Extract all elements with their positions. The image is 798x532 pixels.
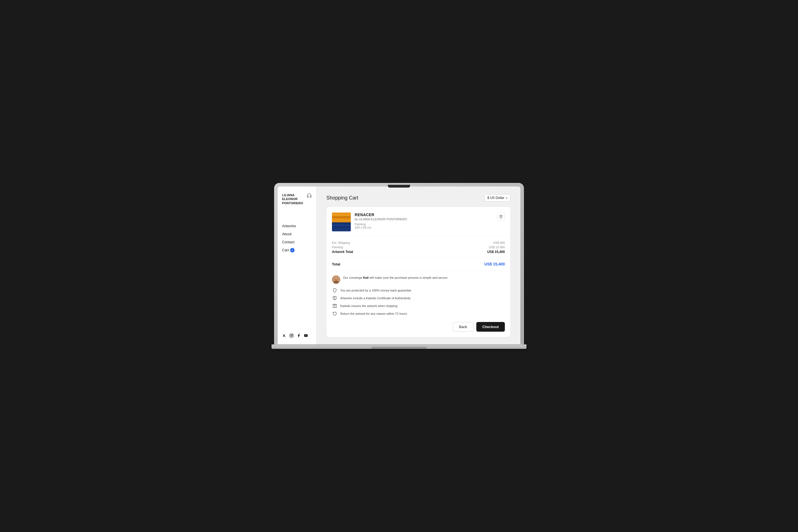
artwork-total-value: US$ 15,400 (488, 250, 505, 254)
guarantee-item-certificate: Artworks include a Kaleido Certificate o… (332, 296, 505, 301)
page-header: Shopping Cart $ US Dollar ▾ (326, 194, 510, 202)
screen: LILIANA ELEONOR PONTORIERO Artworks Abou… (278, 187, 520, 344)
svg-rect-7 (332, 217, 351, 218)
product-artist: by LILIANA ELEONOR PONTORIERO (355, 217, 493, 221)
cart-card: RENACER by LILIANA ELEONOR PONTORIERO Pa… (326, 207, 510, 337)
artist-name: LILIANA ELEONOR PONTORIERO (282, 193, 303, 205)
grand-total-value: US$ 15,400 (484, 262, 505, 266)
svg-point-1 (291, 335, 292, 336)
svg-rect-11 (332, 225, 351, 226)
page-title: Shopping Cart (326, 195, 358, 201)
cart-badge: 1 (290, 248, 294, 252)
package-icon (332, 303, 338, 309)
concierge-text-before: Our concierge (343, 276, 363, 279)
certificate-icon (332, 296, 338, 301)
sidebar: LILIANA ELEONOR PONTORIERO Artworks Abou… (278, 187, 317, 344)
concierge-row: Our concierge Kali will make sure the pu… (332, 276, 505, 284)
facebook-icon[interactable] (297, 333, 301, 338)
shipping-value: US$ 400 (493, 241, 505, 244)
guarantee-list: You are protected by a 100% money back g… (332, 288, 505, 317)
camera-notch (388, 185, 410, 188)
currency-label: $ US Dollar (488, 196, 504, 200)
guarantee-insure-text: Kaleido insures the artwork when shippin… (340, 304, 397, 307)
sidebar-item-cart[interactable]: Cart 1 (282, 248, 312, 252)
guarantee-item-return: Return the artwork for any reason within… (332, 311, 505, 317)
product-dimensions: 100 x 66 cm (355, 226, 493, 229)
screen-bezel: LILIANA ELEONOR PONTORIERO Artworks Abou… (274, 183, 524, 344)
shipping-row: Est. Shipping US$ 400 (332, 241, 505, 244)
painting-price-row: Painting US$ 15,000 (332, 246, 505, 249)
concierge-text-after: will make sure the purchase process is s… (368, 276, 448, 279)
sidebar-item-contact[interactable]: Contact (282, 240, 312, 244)
svg-rect-6 (332, 215, 351, 215)
painting-label: Painting (332, 246, 343, 249)
svg-rect-14 (332, 222, 351, 223)
artwork-total-label: Artwork Total (332, 250, 353, 254)
laptop-base (271, 344, 527, 349)
grand-total-row: Total US$ 15,400 (332, 262, 505, 271)
product-name: RENACER (355, 212, 493, 217)
svg-rect-13 (332, 228, 351, 229)
svg-rect-10 (332, 223, 351, 224)
product-type: Painting (355, 223, 493, 226)
product-image (332, 212, 351, 231)
avatar (332, 276, 340, 284)
product-info: RENACER by LILIANA ELEONOR PONTORIERO Pa… (355, 212, 493, 229)
currency-selector[interactable]: $ US Dollar ▾ (484, 194, 510, 202)
guarantee-return-text: Return the artwork for any reason within… (340, 312, 407, 315)
main-content: Shopping Cart $ US Dollar ▾ (317, 187, 520, 344)
sidebar-item-about[interactable]: About (282, 232, 312, 236)
shipping-label: Est. Shipping (332, 241, 350, 244)
headphone-icon[interactable] (307, 193, 312, 199)
checkout-button[interactable]: Checkout (476, 322, 505, 332)
guarantee-moneyback-text: You are protected by a 100% money back g… (340, 289, 411, 292)
instagram-icon[interactable] (289, 333, 294, 338)
sidebar-item-artworks[interactable]: Artworks (282, 224, 312, 228)
action-buttons: Back Checkout (332, 322, 505, 332)
concierge-message: Our concierge Kali will make sure the pu… (343, 276, 448, 280)
kaleido-social-icon[interactable]: K (282, 333, 286, 338)
artwork-total-row: Artwork Total US$ 15,400 (332, 250, 505, 254)
grand-total-label: Total (332, 262, 340, 266)
painting-value: US$ 15,000 (489, 246, 505, 249)
sidebar-nav: Artworks About Contact Cart 1 (282, 224, 312, 333)
laptop-hinge (371, 347, 427, 349)
guarantee-item-insure: Kaleido insures the artwork when shippin… (332, 303, 505, 309)
social-links: K (282, 333, 312, 338)
delete-button[interactable] (497, 212, 505, 220)
laptop-shell: LILIANA ELEONOR PONTORIERO Artworks Abou… (274, 183, 524, 349)
svg-rect-8 (332, 218, 351, 220)
svg-point-18 (335, 277, 337, 280)
svg-rect-0 (290, 334, 293, 337)
concierge-name: Kali (363, 276, 368, 279)
return-icon (332, 311, 338, 317)
youtube-icon[interactable] (304, 333, 308, 338)
guarantee-certificate-text: Artworks include a Kaleido Certificate o… (340, 297, 411, 300)
pricing-details: Est. Shipping US$ 400 Painting US$ 15,00… (332, 241, 505, 258)
product-row: RENACER by LILIANA ELEONOR PONTORIERO Pa… (332, 212, 505, 236)
svg-rect-12 (332, 226, 351, 227)
chevron-down-icon: ▾ (506, 196, 507, 200)
guarantee-item-moneyback: You are protected by a 100% money back g… (332, 288, 505, 293)
back-button[interactable]: Back (453, 322, 474, 332)
shield-icon (332, 288, 338, 293)
